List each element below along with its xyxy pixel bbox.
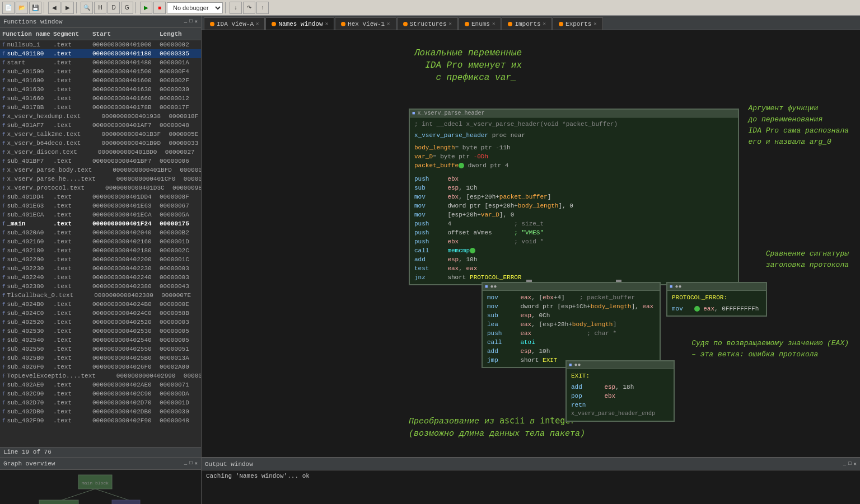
function-row[interactable]: fsub_401AF7.text0000000000401AF700000048 — [0, 121, 201, 130]
tab-hex-view-1[interactable]: Hex View-1✕ — [335, 17, 396, 30]
save-button[interactable]: 💾 — [29, 2, 41, 14]
function-row[interactable]: fnullsub_1.text000000000040100000000002 — [0, 40, 201, 49]
annotation-func-arg: Аргумент функции до переименования IDA P… — [749, 103, 849, 148]
tab-exports[interactable]: Exports✕ — [553, 17, 603, 30]
svg-line-2 — [62, 489, 95, 500]
functions-maximize-button[interactable]: □ — [189, 18, 192, 25]
function-row[interactable]: fsub_402F90.text0000000000402F9000000048 — [0, 416, 201, 425]
protocol-error-content: PROTOCOL_ERROR: mov eax, 0FFFFFFFFh — [667, 291, 766, 315]
functions-close-button[interactable]: ✕ — [195, 18, 198, 25]
code-instr-add: add esp, 10h — [414, 255, 733, 264]
function-row[interactable]: fTlsCallback_0.text000000000040238000000… — [0, 291, 201, 300]
function-row[interactable]: fx_vserv_protocol.text0000000000401D3C00… — [0, 183, 201, 192]
function-row[interactable]: fsub_402240.text000000000040224000000003 — [0, 273, 201, 282]
graph-maximize-btn[interactable]: □ — [189, 460, 192, 467]
function-row[interactable]: f_main.text0000000000401F2400000175 — [0, 219, 201, 228]
search-button[interactable]: 🔍 — [81, 2, 93, 14]
function-row[interactable]: fsub_402D70.text0000000000402D700000001D — [0, 398, 201, 407]
code-instr-push5: push offset aVmes ; "VMES" — [414, 228, 733, 237]
tab-names-window[interactable]: Names window✕ — [265, 17, 334, 30]
function-row[interactable]: fx_vserv_talk2me.text0000000000401B3F000… — [0, 130, 201, 139]
function-row[interactable]: fsub_4024C0.text00000000004024C00000058B — [0, 309, 201, 318]
function-row[interactable]: fsub_402230.text000000000040223000000003 — [0, 264, 201, 273]
code-var3: packet_buffe dword ptr 4 — [414, 161, 733, 170]
debugger-select[interactable]: No debugger — [167, 2, 223, 13]
step-over-button[interactable]: ↷ — [243, 2, 255, 14]
function-row[interactable]: fsub_401E63.text0000000000401E6300000067 — [0, 201, 201, 210]
step-out-button[interactable]: ↑ — [256, 2, 269, 14]
tab-bar: IDA View-A✕Names window✕Hex View-1✕Struc… — [202, 16, 860, 30]
function-row[interactable]: fsub_402530.text000000000040253000000005 — [0, 327, 201, 336]
forward-button[interactable]: ▶ — [62, 2, 74, 14]
function-row[interactable]: fsub_402540.text000000000040254000000005 — [0, 336, 201, 345]
function-row[interactable]: fsub_4024B0.text00000000004024B00000000E — [0, 300, 201, 309]
function-row[interactable]: fsub_402180.text00000000004021800000002C — [0, 246, 201, 255]
function-row[interactable]: fsub_402AE0.text0000000000402AE000000071 — [0, 380, 201, 389]
tab-structures[interactable]: Structures✕ — [397, 17, 458, 30]
output-minimize-btn[interactable]: _ — [843, 461, 846, 467]
run-button[interactable]: ▶ — [140, 2, 152, 14]
function-row[interactable]: fsub_402520.text000000000040252000000003 — [0, 318, 201, 327]
graph-minimize-btn[interactable]: _ — [184, 460, 187, 467]
function-row[interactable]: fsub_4020A0.text0000000000402040000000B2 — [0, 228, 201, 237]
functions-footer: Line 19 of 76 — [0, 447, 201, 457]
function-row[interactable]: fstart.text00000000004014800000001A — [0, 58, 201, 67]
tab-enums[interactable]: Enums✕ — [459, 17, 501, 30]
graph-button[interactable]: G — [121, 2, 133, 14]
graph-overview-title: Graph overview _ □ ✕ — [0, 458, 201, 470]
function-row[interactable]: fsub_401ECA.text0000000000401ECA0000005A — [0, 210, 201, 219]
function-row[interactable]: fsub_402200.text00000000004022000000001C — [0, 255, 201, 264]
w2-instr3: sub esp, 0Ch — [487, 311, 655, 320]
graph-canvas: main block — [0, 470, 201, 504]
function-row[interactable]: fx_vserv_parse_body.text0000000000401BFD… — [0, 166, 201, 175]
function-row[interactable]: fTopLevelExceptio....text000000000040299… — [0, 371, 201, 380]
function-row[interactable]: fx_vserv_hexdump.text0000000000401938000… — [0, 112, 201, 121]
function-row[interactable]: fsub_402160.text00000000004021600000001D — [0, 237, 201, 246]
function-row[interactable]: fsub_402DB0.text0000000000402DB000000030 — [0, 407, 201, 416]
exit-instr3: retn — [571, 401, 669, 409]
new-button[interactable]: 📄 — [2, 2, 15, 14]
output-titlebar-buttons: _ □ ✕ — [843, 461, 857, 467]
annotation-local-vars: Локальные переменные IDA Pro именует их … — [414, 47, 522, 84]
function-row[interactable]: fsub_401DD4.text0000000000401DD40000008F — [0, 192, 201, 201]
function-row[interactable]: fsub_402C90.text0000000000402C90000000DA — [0, 389, 201, 398]
function-row[interactable]: fsub_401BF7.text0000000000401BF700000006 — [0, 157, 201, 166]
output-content: Caching 'Names window'... ok — [202, 470, 860, 504]
code-instr-push4: push 4 ; size_t — [414, 219, 733, 228]
step-into-button[interactable]: ↓ — [230, 2, 242, 14]
output-maximize-btn[interactable]: □ — [848, 461, 851, 467]
main-area: Functions window _ □ ✕ Function name Seg… — [0, 16, 860, 457]
functions-title: Functions window — [3, 18, 63, 25]
hex-button[interactable]: H — [94, 2, 106, 14]
function-row[interactable]: fsub_402380.text000000000040238000000043 — [0, 282, 201, 291]
back-button[interactable]: ◀ — [48, 2, 60, 14]
functions-minimize-button[interactable]: _ — [184, 18, 187, 25]
tab-imports[interactable]: Imports✕ — [502, 17, 552, 30]
function-row[interactable]: fx_vserv_discon.text0000000000401BD00000… — [0, 148, 201, 157]
function-row[interactable]: fsub_401660.text000000000040166000000012 — [0, 94, 201, 103]
ida-view-content[interactable]: Локальные переменные IDA Pro именует их … — [202, 30, 860, 457]
function-row[interactable]: fx_vserv_parse_he....text0000000000401CF… — [0, 175, 201, 183]
function-row[interactable]: fx_vserv_b64deco.text0000000000401B9D000… — [0, 139, 201, 148]
function-row[interactable]: fsub_401500.text0000000000401500000000F4 — [0, 67, 201, 76]
function-row[interactable]: fsub_40178B.text000000000040178B0000017F — [0, 103, 201, 112]
output-close-btn[interactable]: ✕ — [854, 461, 857, 467]
tab-ida-view-a[interactable]: IDA View-A✕ — [204, 17, 265, 30]
function-row[interactable]: fsub_4026F0.text00000000004026F000002A00 — [0, 362, 201, 371]
disasm-button[interactable]: D — [108, 2, 120, 14]
function-row[interactable]: fsub_401630.text000000000040163000000030 — [0, 85, 201, 94]
open-button[interactable]: 📂 — [16, 2, 28, 14]
function-row[interactable]: fsub_4025B0.text00000000004025B00000013A — [0, 354, 201, 362]
function-row[interactable]: fsub_401600.text00000000004016000000002F — [0, 76, 201, 85]
stop-button[interactable]: ■ — [153, 2, 166, 14]
graph-overview-buttons: _ □ ✕ — [184, 460, 198, 467]
col-length: Length — [160, 31, 199, 37]
graph-close-btn[interactable]: ✕ — [195, 460, 198, 467]
functions-titlebar-buttons: _ □ ✕ — [184, 18, 198, 25]
function-row[interactable]: fsub_402550.text000000000040255000000051 — [0, 345, 201, 354]
function-row[interactable]: fsub_401180.text000000000040118000000335 — [0, 49, 201, 58]
w2-instr1: mov eax, [ebx+4] ; packet_buffer — [487, 293, 655, 302]
code-instr-sub: sub esp, 1Ch — [414, 183, 733, 192]
dot-indicator-1 — [526, 280, 532, 282]
functions-list[interactable]: fnullsub_1.text000000000040100000000002f… — [0, 40, 201, 447]
